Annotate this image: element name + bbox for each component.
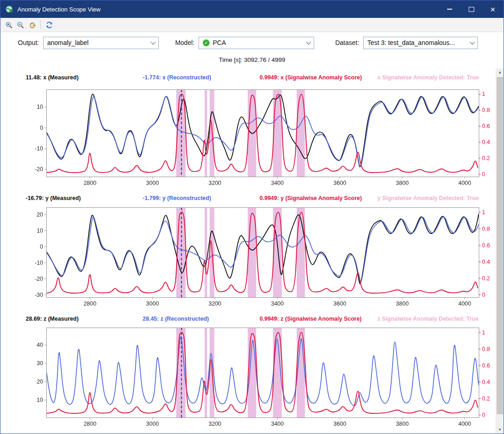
x-anomaly-score-label: 0.9949: x (Signalwise Anomaly Score) [260, 74, 362, 81]
refresh-button[interactable] [44, 19, 55, 31]
x-measured-label: 11.48: x (Measured) [26, 74, 78, 81]
x-anomaly-detected-label: x Signalwise Anomaly Detected: True [377, 74, 479, 81]
chevron-down-icon [306, 39, 311, 45]
dataset-combobox[interactable]: Test 3: test_data_anomalous... [363, 37, 478, 49]
zoom-out-icon [17, 21, 24, 29]
zoom-in-button[interactable] [3, 19, 15, 31]
pan-button[interactable] [26, 19, 38, 31]
y-anomaly-score-label: 0.9949: y (Signalwise Anomaly Score) [260, 195, 362, 201]
time-indicator: Time [s]: 3092.76 / 4999 [0, 53, 504, 68]
plot-x-header: 11.48: x (Measured) -1.774: x (Reconstru… [0, 74, 493, 82]
z-reconstructed-label: 28.45: z (Reconstructed) [143, 316, 209, 322]
maximize-icon [469, 7, 474, 12]
plot-canvas[interactable] [0, 324, 495, 432]
output-value: anomaly_label [47, 39, 149, 46]
app-icon [5, 5, 13, 13]
output-label: Output: [18, 39, 39, 46]
maximize-button[interactable] [460, 0, 482, 18]
window-title: Anomaly Detection Scope View [17, 6, 100, 13]
scroll-down-icon[interactable]: ▼ [496, 426, 504, 434]
controls-row: Output: anomaly_label Model: ✓ PCA Datas… [0, 32, 504, 53]
refresh-icon [45, 21, 53, 29]
z-anomaly-score-label: 0.9949: z (Signalwise Anomaly Score) [260, 316, 362, 322]
y-anomaly-detected-label: y Signalwise Anomaly Detected: True [377, 195, 479, 201]
dataset-label: Dataset: [335, 39, 359, 46]
zoom-out-button[interactable] [15, 19, 26, 31]
plot-canvas[interactable] [0, 86, 495, 189]
toolbar [0, 18, 504, 32]
z-anomaly-detected-label: z Signalwise Anomaly Detected: True [377, 316, 478, 322]
plot-z-header: 28.69: z (Measured) 28.45: z (Reconstruc… [0, 316, 493, 323]
scrollbar-thumb[interactable] [497, 77, 503, 414]
output-combobox[interactable]: anomaly_label [43, 37, 159, 49]
chevron-down-icon [470, 39, 475, 45]
model-value: PCA [213, 39, 304, 46]
chevron-down-icon [150, 39, 155, 45]
y-reconstructed-label: -1.799: y (Reconstructed) [143, 195, 211, 201]
dataset-value: Test 3: test_data_anomalous... [367, 39, 468, 46]
plot-canvas[interactable] [0, 204, 495, 310]
anomaly-scope-window: Anomaly Detection Scope View × [0, 0, 504, 434]
model-combobox[interactable]: ✓ PCA [199, 37, 314, 49]
scroll-up-icon[interactable]: ▲ [496, 68, 504, 76]
zoom-in-icon [5, 21, 13, 29]
pan-hand-icon [28, 21, 36, 29]
y-measured-label: -16.79: y (Measured) [26, 195, 81, 201]
charts-panel: 11.48: x (Measured) -1.774: x (Reconstru… [0, 68, 504, 434]
plot-y-header: -16.79: y (Measured) -1.799: y (Reconstr… [0, 195, 493, 202]
model-status-check-icon: ✓ [203, 39, 210, 46]
toolbar-separator [40, 20, 41, 29]
window-buttons: × [439, 0, 504, 18]
vertical-scrollbar[interactable]: ▲ ▼ [496, 68, 504, 434]
x-reconstructed-label: -1.774: x (Reconstructed) [143, 74, 211, 81]
close-icon: × [490, 5, 495, 14]
minimize-icon [447, 9, 452, 10]
model-label: Model: [175, 39, 194, 46]
z-measured-label: 28.69: z (Measured) [26, 316, 78, 322]
close-button[interactable]: × [482, 0, 504, 18]
minimize-button[interactable] [439, 0, 460, 18]
titlebar: Anomaly Detection Scope View × [0, 0, 504, 18]
